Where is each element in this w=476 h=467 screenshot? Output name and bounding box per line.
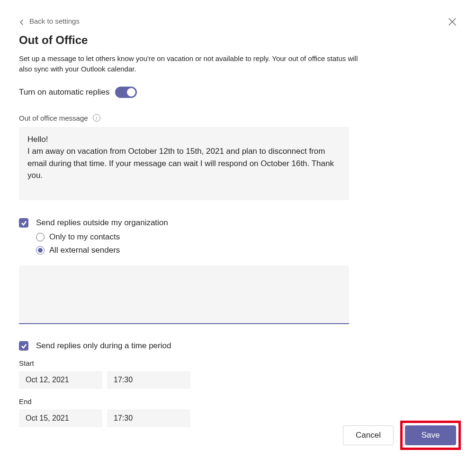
send-outside-org-label: Send replies outside my organization — [36, 218, 168, 228]
page-title: Out of Office — [19, 34, 457, 47]
automatic-replies-toggle-row: Turn on automatic replies — [19, 87, 457, 98]
end-label: End — [19, 397, 457, 405]
end-date-input[interactable]: Oct 15, 2021 — [19, 409, 102, 427]
all-external-radio[interactable]: All external senders — [36, 246, 457, 255]
start-time-input[interactable]: 17:30 — [107, 371, 190, 389]
save-button[interactable]: Save — [405, 425, 456, 445]
time-period-label: Send replies only during a time period — [36, 341, 171, 351]
only-contacts-label: Only to my contacts — [49, 232, 120, 242]
back-to-settings-link[interactable]: Back to settings — [19, 17, 80, 25]
radio-icon — [36, 233, 45, 241]
external-message-textarea[interactable] — [19, 265, 349, 324]
end-time-input[interactable]: 17:30 — [107, 409, 190, 427]
radio-dot-icon — [38, 248, 43, 253]
send-outside-org-row: Send replies outside my organization — [19, 218, 457, 228]
dialog-footer: Cancel Save — [343, 421, 461, 450]
info-icon[interactable]: i — [93, 114, 100, 122]
check-icon — [21, 220, 27, 226]
time-period-section: Start Oct 12, 2021 17:30 End Oct 15, 202… — [19, 359, 457, 427]
start-row: Oct 12, 2021 17:30 — [19, 371, 457, 389]
radio-icon — [36, 246, 45, 255]
start-date-input[interactable]: Oct 12, 2021 — [19, 371, 102, 389]
automatic-replies-toggle[interactable] — [115, 87, 137, 98]
ooo-message-textarea[interactable] — [19, 127, 349, 201]
close-button[interactable] — [448, 17, 457, 26]
all-external-label: All external senders — [49, 246, 120, 255]
close-icon — [448, 17, 457, 26]
back-link-label: Back to settings — [29, 17, 80, 25]
time-period-checkbox[interactable] — [19, 341, 28, 351]
check-icon — [21, 343, 27, 349]
automatic-replies-toggle-label: Turn on automatic replies — [19, 88, 109, 97]
cancel-button[interactable]: Cancel — [343, 425, 394, 445]
outside-org-radio-group: Only to my contacts All external senders — [36, 232, 457, 255]
save-button-highlight: Save — [400, 421, 461, 450]
send-outside-org-checkbox[interactable] — [19, 218, 28, 228]
time-period-row: Send replies only during a time period — [19, 341, 457, 351]
chevron-left-icon — [19, 18, 25, 24]
ooo-message-label: Out of office message — [19, 114, 88, 122]
page-description: Set up a message to let others know you'… — [19, 53, 360, 74]
toggle-knob-icon — [127, 88, 135, 97]
only-contacts-radio[interactable]: Only to my contacts — [36, 232, 457, 242]
start-label: Start — [19, 359, 457, 367]
ooo-message-label-row: Out of office message i — [19, 114, 457, 122]
